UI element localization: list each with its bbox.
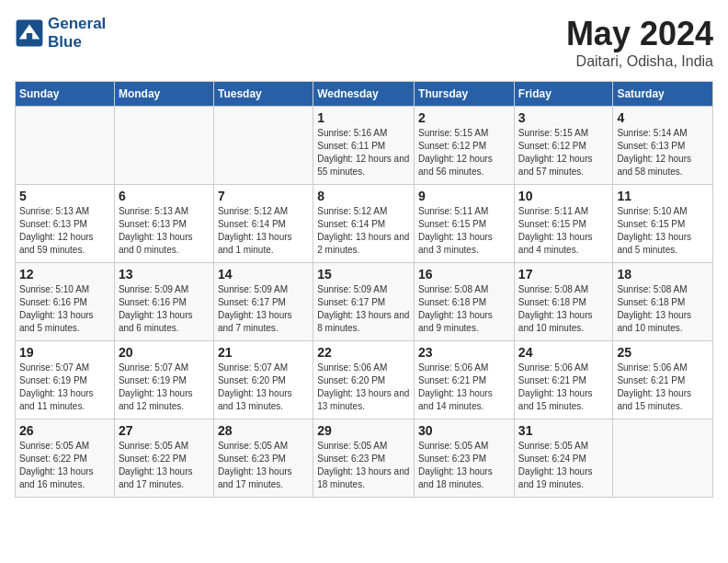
- day-number: 20: [119, 345, 210, 360]
- logo-icon: [15, 18, 44, 48]
- day-number: 19: [19, 345, 110, 360]
- weekday-header: Thursday: [415, 82, 515, 107]
- day-info: Sunrise: 5:09 AM Sunset: 6:17 PM Dayligh…: [218, 283, 309, 335]
- calendar-cell: 22Sunrise: 5:06 AM Sunset: 6:20 PM Dayli…: [313, 341, 415, 419]
- day-info: Sunrise: 5:14 AM Sunset: 6:13 PM Dayligh…: [617, 127, 709, 178]
- day-info: Sunrise: 5:05 AM Sunset: 6:23 PM Dayligh…: [218, 440, 309, 491]
- day-number: 23: [418, 345, 510, 360]
- day-number: 6: [119, 189, 210, 203]
- day-info: Sunrise: 5:15 AM Sunset: 6:12 PM Dayligh…: [518, 127, 609, 178]
- day-number: 15: [317, 267, 410, 282]
- day-number: 13: [119, 267, 210, 282]
- calendar-header: SundayMondayTuesdayWednesdayThursdayFrid…: [16, 82, 713, 107]
- calendar-cell: 13Sunrise: 5:09 AM Sunset: 6:16 PM Dayli…: [114, 263, 213, 341]
- calendar-cell: 4Sunrise: 5:14 AM Sunset: 6:13 PM Daylig…: [613, 107, 713, 185]
- day-number: 26: [19, 423, 110, 438]
- day-number: 11: [617, 189, 709, 203]
- day-info: Sunrise: 5:06 AM Sunset: 6:21 PM Dayligh…: [418, 362, 510, 413]
- calendar-cell: 7Sunrise: 5:12 AM Sunset: 6:14 PM Daylig…: [213, 185, 313, 263]
- weekday-header: Tuesday: [213, 82, 313, 107]
- day-info: Sunrise: 5:15 AM Sunset: 6:12 PM Dayligh…: [418, 127, 510, 178]
- day-info: Sunrise: 5:08 AM Sunset: 6:18 PM Dayligh…: [418, 283, 510, 335]
- day-number: 22: [317, 345, 410, 360]
- page-header: General Blue May 2024 Daitari, Odisha, I…: [15, 15, 713, 70]
- day-number: 3: [518, 110, 609, 125]
- day-info: Sunrise: 5:05 AM Sunset: 6:22 PM Dayligh…: [19, 440, 110, 491]
- calendar-cell: 12Sunrise: 5:10 AM Sunset: 6:16 PM Dayli…: [16, 263, 115, 341]
- calendar-cell: 5Sunrise: 5:13 AM Sunset: 6:13 PM Daylig…: [16, 185, 115, 263]
- weekday-header: Friday: [514, 82, 613, 107]
- day-number: 27: [119, 423, 210, 438]
- calendar-cell: 24Sunrise: 5:06 AM Sunset: 6:21 PM Dayli…: [514, 341, 613, 419]
- day-number: 21: [218, 345, 309, 360]
- day-number: 4: [617, 110, 709, 125]
- month-title: May 2024: [566, 15, 713, 53]
- calendar-cell: 17Sunrise: 5:08 AM Sunset: 6:18 PM Dayli…: [514, 263, 613, 341]
- calendar-cell: [114, 107, 213, 185]
- calendar-cell: 18Sunrise: 5:08 AM Sunset: 6:18 PM Dayli…: [613, 263, 713, 341]
- day-number: 2: [418, 110, 510, 125]
- day-number: 25: [617, 345, 709, 360]
- location: Daitari, Odisha, India: [566, 53, 713, 70]
- day-info: Sunrise: 5:10 AM Sunset: 6:15 PM Dayligh…: [617, 205, 709, 257]
- calendar-cell: 9Sunrise: 5:11 AM Sunset: 6:15 PM Daylig…: [415, 185, 515, 263]
- calendar-cell: 10Sunrise: 5:11 AM Sunset: 6:15 PM Dayli…: [514, 185, 613, 263]
- day-number: 9: [418, 189, 510, 203]
- day-number: 16: [418, 267, 510, 282]
- calendar-cell: 14Sunrise: 5:09 AM Sunset: 6:17 PM Dayli…: [213, 263, 313, 341]
- calendar-cell: 29Sunrise: 5:05 AM Sunset: 6:23 PM Dayli…: [313, 419, 415, 498]
- day-number: 17: [518, 267, 609, 282]
- weekday-header: Monday: [114, 82, 213, 107]
- calendar-cell: 26Sunrise: 5:05 AM Sunset: 6:22 PM Dayli…: [16, 419, 115, 498]
- day-info: Sunrise: 5:09 AM Sunset: 6:16 PM Dayligh…: [119, 283, 210, 335]
- day-info: Sunrise: 5:07 AM Sunset: 6:19 PM Dayligh…: [119, 362, 210, 413]
- day-number: 29: [317, 423, 410, 438]
- day-info: Sunrise: 5:08 AM Sunset: 6:18 PM Dayligh…: [617, 283, 709, 335]
- day-info: Sunrise: 5:10 AM Sunset: 6:16 PM Dayligh…: [19, 283, 110, 335]
- calendar-cell: 28Sunrise: 5:05 AM Sunset: 6:23 PM Dayli…: [213, 419, 313, 498]
- day-info: Sunrise: 5:12 AM Sunset: 6:14 PM Dayligh…: [317, 205, 410, 257]
- calendar-cell: 25Sunrise: 5:06 AM Sunset: 6:21 PM Dayli…: [613, 341, 713, 419]
- calendar-cell: 27Sunrise: 5:05 AM Sunset: 6:22 PM Dayli…: [114, 419, 213, 498]
- calendar-cell: 3Sunrise: 5:15 AM Sunset: 6:12 PM Daylig…: [514, 107, 613, 185]
- day-info: Sunrise: 5:05 AM Sunset: 6:23 PM Dayligh…: [418, 440, 510, 491]
- day-number: 24: [518, 345, 609, 360]
- day-number: 14: [218, 267, 309, 282]
- day-number: 1: [317, 110, 410, 125]
- calendar-table: SundayMondayTuesdayWednesdayThursdayFrid…: [15, 81, 713, 498]
- day-number: 31: [518, 423, 609, 438]
- calendar-cell: 1Sunrise: 5:16 AM Sunset: 6:11 PM Daylig…: [313, 107, 415, 185]
- day-number: 7: [218, 189, 309, 203]
- calendar-cell: 20Sunrise: 5:07 AM Sunset: 6:19 PM Dayli…: [114, 341, 213, 419]
- logo-text: General Blue: [48, 15, 106, 51]
- calendar-cell: 16Sunrise: 5:08 AM Sunset: 6:18 PM Dayli…: [415, 263, 515, 341]
- calendar-cell: 2Sunrise: 5:15 AM Sunset: 6:12 PM Daylig…: [415, 107, 515, 185]
- weekday-header: Saturday: [613, 82, 713, 107]
- calendar-cell: [613, 419, 713, 498]
- calendar-cell: [213, 107, 313, 185]
- day-number: 18: [617, 267, 709, 282]
- day-number: 12: [19, 267, 110, 282]
- calendar-cell: 31Sunrise: 5:05 AM Sunset: 6:24 PM Dayli…: [514, 419, 613, 498]
- day-number: 10: [518, 189, 609, 203]
- calendar-cell: 15Sunrise: 5:09 AM Sunset: 6:17 PM Dayli…: [313, 263, 415, 341]
- day-info: Sunrise: 5:08 AM Sunset: 6:18 PM Dayligh…: [518, 283, 609, 335]
- day-info: Sunrise: 5:06 AM Sunset: 6:20 PM Dayligh…: [317, 362, 410, 413]
- day-info: Sunrise: 5:12 AM Sunset: 6:14 PM Dayligh…: [218, 205, 309, 257]
- svg-rect-2: [27, 33, 32, 42]
- day-info: Sunrise: 5:09 AM Sunset: 6:17 PM Dayligh…: [317, 283, 410, 335]
- calendar-cell: 23Sunrise: 5:06 AM Sunset: 6:21 PM Dayli…: [415, 341, 515, 419]
- day-info: Sunrise: 5:06 AM Sunset: 6:21 PM Dayligh…: [518, 362, 609, 413]
- day-info: Sunrise: 5:11 AM Sunset: 6:15 PM Dayligh…: [518, 205, 609, 257]
- day-info: Sunrise: 5:05 AM Sunset: 6:24 PM Dayligh…: [518, 440, 609, 491]
- day-number: 5: [19, 189, 110, 203]
- title-section: May 2024 Daitari, Odisha, India: [566, 15, 713, 70]
- calendar-cell: 8Sunrise: 5:12 AM Sunset: 6:14 PM Daylig…: [313, 185, 415, 263]
- weekday-header: Wednesday: [313, 82, 415, 107]
- day-info: Sunrise: 5:13 AM Sunset: 6:13 PM Dayligh…: [119, 205, 210, 257]
- day-info: Sunrise: 5:07 AM Sunset: 6:20 PM Dayligh…: [218, 362, 309, 413]
- calendar-cell: 19Sunrise: 5:07 AM Sunset: 6:19 PM Dayli…: [16, 341, 115, 419]
- calendar-cell: 6Sunrise: 5:13 AM Sunset: 6:13 PM Daylig…: [114, 185, 213, 263]
- day-number: 28: [218, 423, 309, 438]
- day-info: Sunrise: 5:13 AM Sunset: 6:13 PM Dayligh…: [19, 205, 110, 257]
